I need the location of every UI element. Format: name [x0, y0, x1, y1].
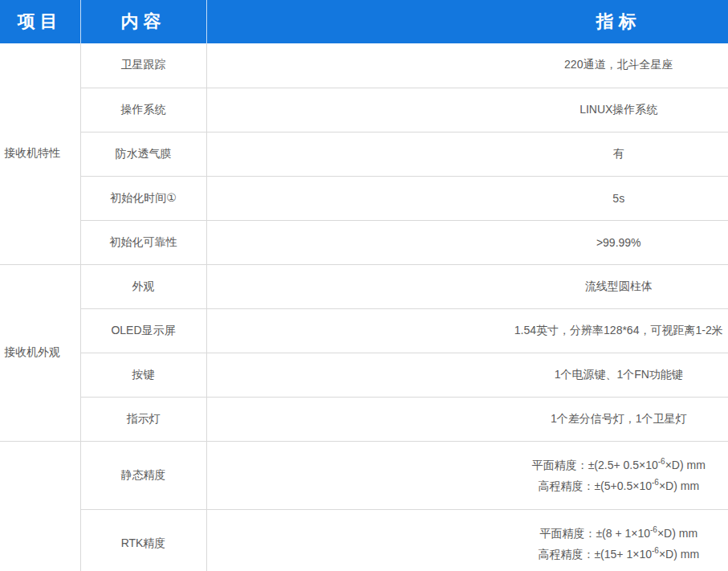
table-header: 项目 内容 指标	[0, 0, 728, 43]
spec-cell: LINUX操作系统	[206, 88, 728, 132]
table-row-init-time: 初始化时间① 5s	[0, 176, 728, 220]
spec-line-plane: 平面精度：±(8 + 1×10-6×D) mm	[207, 523, 728, 544]
table-body: 接收机特性 卫星跟踪 220通道，北斗全星座 操作系统 LINUX操作系统 防水…	[0, 43, 728, 571]
content-cell: 卫星跟踪	[80, 43, 206, 88]
content-cell: RTK精度	[80, 509, 206, 571]
spec-cell: 5s	[206, 176, 728, 220]
spec-text: ×D) mm	[657, 527, 697, 540]
spec-cell: 平面精度：±(8 + 1×10-6×D) mm 高程精度：±(15+ 1×10-…	[206, 509, 728, 571]
spec-text: ×D) mm	[659, 479, 699, 492]
spec-superscript: -6	[650, 525, 657, 534]
table-row-satellite-tracking: 接收机特性 卫星跟踪 220通道，北斗全星座	[0, 43, 728, 88]
spec-table: 项目 内容 指标 接收机特性 卫星跟踪 220通道，北斗全星座 操作系统 LIN…	[0, 0, 728, 571]
content-cell: 外观	[80, 264, 206, 308]
spec-cell: 平面精度：±(2.5+ 0.5×10-6×D) mm 高程精度：±(5+0.5×…	[206, 441, 728, 509]
header-cell-item: 项目	[0, 0, 80, 43]
table-row-oled-display: OLED显示屏 1.54英寸，分辨率128*64，可视距离1-2米	[0, 308, 728, 353]
spec-cell: 1.54英寸，分辨率128*64，可视距离1-2米	[206, 308, 728, 353]
spec-line-elevation: 高程精度：±(15+ 1×10-6×D) mm	[207, 544, 728, 565]
spec-text: 高程精度：±(5+0.5×10	[538, 479, 652, 492]
spec-cell: 220通道，北斗全星座	[206, 43, 728, 88]
spec-table-viewport: 项目 内容 指标 接收机特性 卫星跟踪 220通道，北斗全星座 操作系统 LIN…	[0, 0, 728, 571]
spec-line-elevation: 高程精度：±(5+0.5×10-6×D) mm	[207, 475, 728, 496]
content-cell: OLED显示屏	[80, 308, 206, 353]
group-cell-accuracy	[0, 441, 80, 571]
spec-cell: 有	[206, 132, 728, 176]
group-cell-receiver-features: 接收机特性	[0, 43, 80, 264]
table-row-static-accuracy: 静态精度 平面精度：±(2.5+ 0.5×10-6×D) mm 高程精度：±(5…	[0, 441, 728, 509]
content-cell: 初始化可靠性	[80, 220, 206, 264]
spec-text: ×D) mm	[659, 548, 699, 561]
content-cell: 按键	[80, 353, 206, 397]
header-row: 项目 内容 指标	[0, 0, 728, 43]
table-row-init-reliability: 初始化可靠性 >99.99%	[0, 220, 728, 264]
spec-cell: 流线型圆柱体	[206, 264, 728, 308]
spec-cell: >99.99%	[206, 220, 728, 264]
spec-line-plane: 平面精度：±(2.5+ 0.5×10-6×D) mm	[207, 455, 728, 475]
spec-text: 平面精度：±(2.5+ 0.5×10	[532, 459, 658, 471]
group-cell-receiver-appearance: 接收机外观	[0, 264, 80, 441]
spec-cell: 1个电源键、1个FN功能键	[206, 353, 728, 397]
spec-superscript: -6	[652, 546, 659, 555]
content-cell: 静态精度	[80, 441, 206, 509]
table-row-indicator-lights: 指示灯 1个差分信号灯，1个卫星灯	[0, 397, 728, 441]
table-row-rtk-accuracy: RTK精度 平面精度：±(8 + 1×10-6×D) mm 高程精度：±(15+…	[0, 509, 728, 571]
content-cell: 操作系统	[80, 88, 206, 132]
spec-superscript: -6	[658, 457, 665, 466]
content-cell: 指示灯	[80, 397, 206, 441]
table-row-waterproof-membrane: 防水透气膜 有	[0, 132, 728, 176]
content-cell: 初始化时间①	[80, 176, 206, 220]
table-row-buttons: 按键 1个电源键、1个FN功能键	[0, 353, 728, 397]
table-row-appearance: 接收机外观 外观 流线型圆柱体	[0, 264, 728, 308]
table-row-operating-system: 操作系统 LINUX操作系统	[0, 88, 728, 132]
spec-text: 平面精度：±(8 + 1×10	[539, 527, 650, 540]
spec-text: ×D) mm	[665, 459, 706, 471]
header-cell-spec: 指标	[206, 0, 728, 43]
spec-superscript: -6	[652, 478, 659, 487]
spec-text: 高程精度：±(15+ 1×10	[538, 548, 652, 561]
header-cell-content: 内容	[80, 0, 206, 43]
content-cell: 防水透气膜	[80, 132, 206, 176]
spec-cell: 1个差分信号灯，1个卫星灯	[206, 397, 728, 441]
